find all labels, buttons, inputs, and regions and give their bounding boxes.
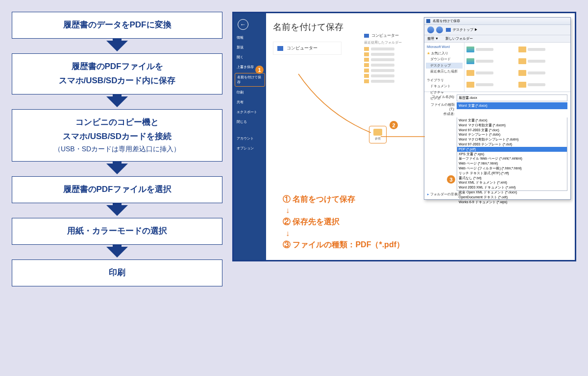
filetype-option[interactable]: Word 97-2003 文書 (*.doc) xyxy=(457,128,567,133)
filetype-option[interactable]: Word 97-2003 テンプレート (*.dot) xyxy=(457,142,567,147)
file-icon xyxy=(466,58,474,64)
filename-input[interactable]: 履歴書.docx xyxy=(457,94,567,101)
instruction-2: ② 保存先を選択 xyxy=(283,217,404,226)
word-menu-item[interactable]: アカウント xyxy=(234,134,266,143)
blurred-text xyxy=(476,60,493,63)
word-menu-item[interactable]: 開く xyxy=(234,52,266,62)
callout-3-marker: 3 xyxy=(447,175,455,184)
filetype-option[interactable]: Word XML ドキュメント (*.xml) xyxy=(457,180,567,185)
filetype-option[interactable]: リッチ テキスト形式 (RTF) (*.rtf) xyxy=(457,171,567,176)
computer-icon xyxy=(277,46,283,51)
tree-item[interactable]: ライブラリ xyxy=(426,77,463,84)
word-menu-item[interactable]: オプション xyxy=(234,143,266,153)
blurred-text xyxy=(528,60,545,63)
recent-folder-row[interactable] xyxy=(364,63,402,67)
filetype-select[interactable]: Word 文書 (*.docx) xyxy=(457,102,567,109)
filetype-dropdown[interactable]: Word 文書 (*.docx)Word マクロ有効文書 (*.docm)Wor… xyxy=(457,118,567,191)
recent-folder-row[interactable] xyxy=(364,69,402,72)
filetype-option[interactable]: Word 2003 XML ドキュメント (*.xml) xyxy=(457,185,567,190)
word-menu-item[interactable]: 印刷 xyxy=(234,88,266,97)
filetype-option[interactable]: XPS 文書 (*.xps) xyxy=(457,152,567,157)
nav-back-icon[interactable] xyxy=(427,26,434,33)
folder-icon xyxy=(364,74,369,78)
folder-hide-label[interactable]: ▸ フォルダーの非表示 xyxy=(427,192,461,197)
filetype-option[interactable]: Works 6-9 ドキュメント (*.wps) xyxy=(457,200,567,205)
blurred-text xyxy=(476,83,493,86)
word-menu-item[interactable]: 新規 xyxy=(234,43,266,52)
recent-folder-row[interactable] xyxy=(364,79,402,83)
word-menu-item[interactable]: 情報 xyxy=(234,33,266,43)
callout-1-marker: 1 xyxy=(255,66,264,74)
file-item[interactable] xyxy=(466,68,516,78)
recent-folder-row[interactable] xyxy=(364,74,402,78)
blurred-text xyxy=(371,53,394,56)
folder-icon xyxy=(373,129,382,136)
nav-fwd-icon[interactable] xyxy=(436,26,443,33)
blurred-text xyxy=(371,69,394,72)
file-item[interactable] xyxy=(518,68,568,78)
step-box-5: 用紙・カラーモードの選択 xyxy=(12,218,222,245)
recent-folder-row[interactable] xyxy=(364,58,402,62)
blurred-text xyxy=(476,71,493,74)
filetype-option[interactable]: Word 文書 (*.docx) xyxy=(457,118,567,123)
word-saveas-screenshot: ← 情報新規開く上書き保存名前を付けて保存1印刷共有エクスポート閉じるアカウント… xyxy=(232,12,576,261)
tree-item[interactable]: Microsoft Word xyxy=(426,44,463,50)
filetype-label: ファイルの種類(T): xyxy=(427,102,455,111)
file-item[interactable] xyxy=(466,45,516,54)
word-menu-item[interactable]: 閉じる xyxy=(234,117,266,127)
file-item[interactable] xyxy=(466,56,516,66)
file-item[interactable] xyxy=(518,45,568,54)
computer-row[interactable]: コンピューター xyxy=(273,42,342,55)
filetype-option[interactable]: 単一ファイル Web ページ (*.mht;*.mhtml) xyxy=(457,156,567,161)
recent-folder-row[interactable] xyxy=(364,47,402,51)
word-menu-item[interactable]: エクスポート xyxy=(234,107,266,117)
blurred-text xyxy=(371,74,394,77)
flow-arrow-icon xyxy=(106,205,128,216)
tree-item[interactable]: 最近表示した場所 xyxy=(426,69,463,75)
computer-row-label: コンピューター xyxy=(287,46,318,50)
filetype-option[interactable]: Web ページ (フィルター後) (*.htm;*.html) xyxy=(457,166,567,171)
word-icon xyxy=(426,19,430,23)
file-item[interactable] xyxy=(466,80,516,90)
file-item[interactable] xyxy=(518,80,568,90)
file-grid[interactable] xyxy=(465,43,570,92)
word-menu-item[interactable]: 共有 xyxy=(234,97,266,107)
folder-icon xyxy=(364,69,369,72)
author-label: 作成者: xyxy=(427,112,455,117)
word-menu-item[interactable]: 名前を付けて保存1 xyxy=(235,73,265,87)
tree-item[interactable]: ★ お気に入り xyxy=(426,50,463,57)
tree-item[interactable]: デスクトップ xyxy=(426,63,463,69)
recent-sub-label: 最近使用したフォルダー xyxy=(364,40,402,45)
filetype-option[interactable]: 書式なし (*.txt) xyxy=(457,176,567,181)
instruction-1: ① 名前をつけて保存 xyxy=(283,194,404,204)
dialog-titlebar: 名前を付けて保存 xyxy=(424,18,570,25)
filetype-option[interactable]: Word テンプレート (*.dotx) xyxy=(457,132,567,137)
filetype-option[interactable]: PDF (*.pdf) xyxy=(457,147,567,152)
file-icon xyxy=(466,47,474,52)
toolbar-label[interactable]: 整理 ▼ 新しいフォルダー xyxy=(427,37,473,40)
folder-tree[interactable]: Microsoft Word★ お気に入り ダウンロード デスクトップ 最近表示… xyxy=(424,43,465,92)
screenshot-column: ← 情報新規開く上書き保存名前を付けて保存1印刷共有エクスポート閉じるアカウント… xyxy=(232,12,576,364)
back-arrow-icon[interactable]: ← xyxy=(238,19,248,30)
breadcrumb-label[interactable]: デスクトップ ▶ xyxy=(453,27,478,32)
filetype-option[interactable]: Word マクロ有効文書 (*.docm) xyxy=(457,123,567,128)
recent-folder-row[interactable] xyxy=(364,52,402,56)
file-item[interactable] xyxy=(518,56,568,66)
instruction-list: ① 名前をつけて保存 ↓ ② 保存先を選択 ↓ ③ ファイルの種類：PDF（*.… xyxy=(283,192,404,251)
blurred-text xyxy=(371,47,394,50)
tree-item[interactable]: ダウンロード xyxy=(426,56,463,63)
browse-button[interactable]: 参照 xyxy=(369,126,387,143)
file-icon xyxy=(466,82,474,88)
layout: 履歴書のデータをPDFに変換履歴書のPDFファイルをスマホ/USB/SDカード内… xyxy=(12,12,576,364)
tree-item[interactable]: ドキュメント xyxy=(426,83,463,90)
flow-arrow-icon xyxy=(106,164,128,174)
filetype-option[interactable]: Web ページ (*.htm;*.html) xyxy=(457,161,567,166)
flow-arrow-icon xyxy=(106,41,128,51)
folder-icon xyxy=(364,79,369,83)
desktop-icon xyxy=(446,28,451,32)
instruction-3: ③ ファイルの種類：PDF（*.pdf） xyxy=(283,240,404,249)
recent-header-label: コンピューター xyxy=(371,33,399,38)
filetype-row: ファイルの種類(T): Word 文書 (*.docx) xyxy=(427,102,567,111)
down-arrow-icon: ↓ xyxy=(286,206,404,215)
filetype-option[interactable]: Word マクロ有効テンプレート (*.dotm) xyxy=(457,137,567,142)
